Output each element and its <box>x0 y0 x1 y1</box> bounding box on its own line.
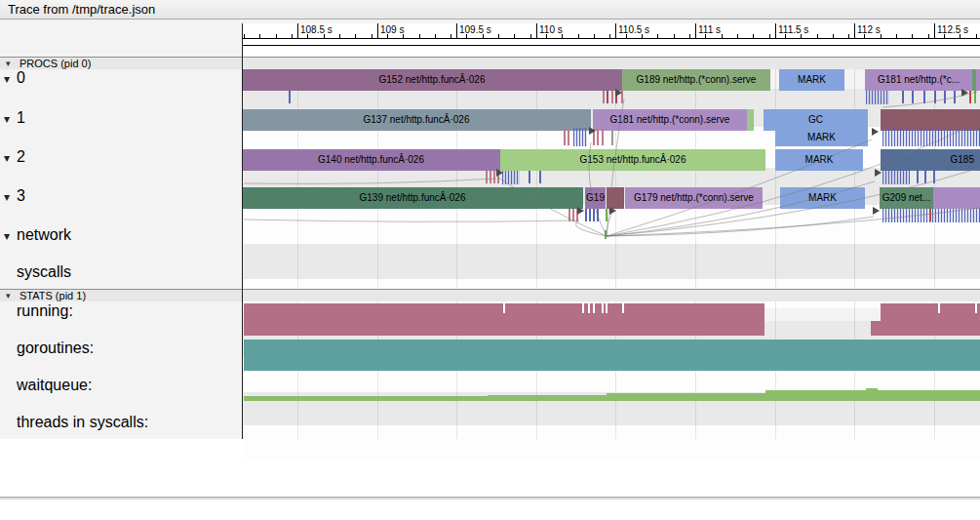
collapse-triangle-icon[interactable]: ▾ <box>4 112 10 126</box>
trace-slice[interactable]: G19 <box>585 187 606 209</box>
flow-event-tick[interactable] <box>585 209 587 221</box>
flow-event-tick[interactable] <box>917 171 919 183</box>
flow-event-tick[interactable] <box>593 209 595 221</box>
flow-event-tick[interactable] <box>603 91 605 103</box>
flow-event-tick[interactable] <box>933 171 935 183</box>
trace-slice[interactable]: G185 <box>881 149 980 171</box>
time-ruler[interactable]: 108.5 s109 s109.5 s110 s110.5 s111 s111.… <box>242 23 980 57</box>
trace-slice[interactable]: G209 net... <box>880 187 933 209</box>
flow-event-cluster[interactable] <box>882 129 980 146</box>
trace-slice[interactable]: MARK <box>780 187 865 209</box>
trace-slice[interactable] <box>976 69 980 91</box>
flow-event-cluster[interactable] <box>502 171 520 184</box>
counter-fill-waitqueue[interactable] <box>866 388 878 401</box>
flow-event-tick[interactable] <box>912 91 914 103</box>
collapse-triangle-icon[interactable]: ▾ <box>4 229 10 243</box>
counter-notch <box>938 303 940 313</box>
trace-slice[interactable]: G140 net/http.funcÂ·026 <box>242 149 500 171</box>
flow-event-tick[interactable] <box>606 209 608 221</box>
panel-divider[interactable] <box>0 497 980 500</box>
flow-event-cluster[interactable] <box>882 171 910 184</box>
ruler-minor-tick <box>864 34 865 38</box>
collapse-triangle-icon[interactable]: ▾ <box>4 72 10 86</box>
flow-event-tick[interactable] <box>490 171 491 183</box>
flow-event-tick[interactable] <box>902 91 904 103</box>
ruler-minor-tick <box>689 34 690 38</box>
collapse-triangle-icon[interactable]: ▾ <box>4 151 10 165</box>
trace-slice[interactable] <box>747 109 754 131</box>
track-label: threads in syscalls: <box>17 414 148 431</box>
flow-event-tick[interactable] <box>923 91 925 103</box>
trace-slice[interactable]: G189 net/http.(*conn).serve <box>622 69 770 91</box>
flow-event-tick[interactable] <box>597 129 599 145</box>
trace-slice[interactable] <box>881 109 980 131</box>
collapse-triangle-icon[interactable]: ▾ <box>4 190 10 204</box>
flow-event-tick[interactable] <box>607 91 608 103</box>
trace-slice[interactable] <box>933 187 980 209</box>
timeline-left-border <box>242 23 243 439</box>
flow-event-tick[interactable] <box>568 129 569 145</box>
trace-slice[interactable]: G179 net/http.(*conn).serve <box>625 187 763 209</box>
trace-slice[interactable]: G137 net/http.funcÂ·026 <box>242 109 591 131</box>
counter-fill-goroutines[interactable] <box>244 340 980 371</box>
trace-slice[interactable]: G139 net/http.funcÂ·026 <box>242 187 583 209</box>
flow-event-tick[interactable] <box>486 171 488 183</box>
flow-event-tick[interactable] <box>611 129 613 145</box>
track-label: 2 <box>17 148 25 166</box>
trace-slice[interactable]: G153 net/http.funcÂ·026 <box>500 149 765 171</box>
counter-fill-waitqueue[interactable] <box>878 390 980 401</box>
ruler-minor-tick <box>403 34 404 38</box>
flow-event-cluster[interactable] <box>882 209 980 222</box>
flow-arrowhead-icon <box>589 127 596 135</box>
counter-fill-waitqueue[interactable] <box>488 395 607 401</box>
flow-event-tick[interactable] <box>944 91 946 103</box>
counter-fill-running[interactable] <box>881 303 980 336</box>
trace-slice[interactable]: G181 net/http.(*c... <box>865 69 972 91</box>
ruler-minor-tick <box>419 34 420 38</box>
flow-event-tick[interactable] <box>493 171 495 183</box>
trace-slice[interactable]: GC <box>764 109 868 131</box>
flow-event-cluster[interactable] <box>573 128 587 146</box>
flow-event-tick[interactable] <box>602 129 604 145</box>
ruler-tick-label: 111 s <box>698 24 721 35</box>
counter-fill-waitqueue[interactable] <box>244 396 488 401</box>
trace-slice[interactable]: G181 net/http.(*conn).serve <box>593 109 747 131</box>
flow-event-tick[interactable] <box>589 209 591 221</box>
collapse-triangle-icon[interactable]: ▾ <box>6 291 11 300</box>
flow-event-tick[interactable] <box>954 91 956 103</box>
flow-event-tick[interactable] <box>934 91 936 103</box>
flow-event-tick[interactable] <box>564 129 566 145</box>
ruler-tick-band: 108.5 s109 s109.5 s110 s110.5 s111 s111.… <box>242 23 980 39</box>
counter-fill-running[interactable] <box>871 321 881 336</box>
counter-fill-waitqueue[interactable] <box>765 390 866 401</box>
section-header-procs[interactable]: ▾ PROCS (pid 0) <box>0 57 980 69</box>
timeline-view[interactable]: 108.5 s109 s109.5 s110 s110.5 s111 s111.… <box>0 20 980 439</box>
flow-event-tick[interactable] <box>605 230 607 239</box>
ruler-tick-label: 109.5 s <box>459 24 491 35</box>
flow-event-tick[interactable] <box>924 171 926 183</box>
flow-event-tick[interactable] <box>529 171 530 183</box>
flow-event-tick[interactable] <box>597 209 599 221</box>
trace-slice[interactable]: MARK <box>779 69 844 91</box>
flow-event-tick[interactable] <box>611 91 613 103</box>
flow-event-cluster[interactable] <box>866 91 889 104</box>
counter-fill-waitqueue[interactable] <box>607 393 765 401</box>
flow-event-tick[interactable] <box>974 91 976 103</box>
flow-event-tick[interactable] <box>539 171 541 183</box>
section-header-stats[interactable]: ▾ STATS (pid 1) <box>0 289 980 301</box>
flow-event-tick[interactable] <box>572 209 574 221</box>
trace-slice[interactable]: MARK <box>775 149 863 171</box>
track-label: waitqueue: <box>17 377 92 394</box>
flow-event-tick[interactable] <box>929 209 931 221</box>
flow-event-tick[interactable] <box>969 91 971 103</box>
flow-event-tick[interactable] <box>568 209 570 221</box>
collapse-triangle-icon[interactable]: ▾ <box>6 59 11 68</box>
track-label: network <box>17 226 71 244</box>
trace-slice[interactable]: G152 net/http.funcÂ·026 <box>242 69 622 91</box>
ruler-tick-label: 110.5 s <box>618 24 649 35</box>
flow-event-tick[interactable] <box>289 91 291 103</box>
trace-slice[interactable]: MARK <box>775 129 868 146</box>
flow-arrowhead-icon <box>875 169 882 177</box>
trace-slice[interactable] <box>607 187 624 209</box>
track-label: syscalls <box>17 263 71 281</box>
